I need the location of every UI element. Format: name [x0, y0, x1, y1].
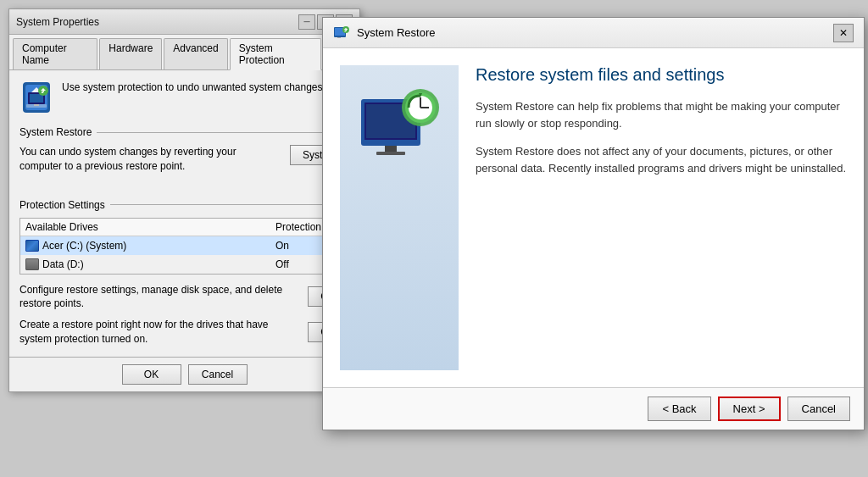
svg-rect-10 [337, 37, 341, 38]
dialog-footer: < Back Next > Cancel [323, 387, 864, 430]
configure-text: Configure restore settings, manage disk … [19, 283, 299, 312]
dialog-body: Restore system files and settings System… [323, 48, 864, 387]
dialog-para-1: System Restore can help fix problems tha… [476, 98, 847, 131]
system-restore-dialog: System Restore ✕ [322, 17, 865, 430]
description-text: Use system protection to undo unwanted s… [62, 80, 326, 95]
drive-cell-acer: Acer (C:) (System) [25, 240, 275, 252]
drive-cell-data: Data (D:) [25, 258, 275, 270]
sys-props-titlebar: System Properties ─ □ ✕ [9, 9, 359, 35]
protection-settings-table: Available Drives Protection Acer (C:) (S… [19, 218, 349, 275]
divider-line [97, 132, 349, 133]
data-drive-icon [25, 258, 39, 270]
back-button[interactable]: < Back [648, 397, 710, 421]
acer-drive-icon [25, 240, 39, 252]
tab-hardware[interactable]: Hardware [99, 38, 162, 69]
next-button[interactable]: Next > [718, 397, 781, 421]
svg-rect-16 [385, 146, 397, 153]
system-restore-area: You can undo system changes by reverting… [19, 145, 349, 191]
dialog-heading: Restore system files and settings [476, 65, 847, 85]
table-row[interactable]: Data (D:) Off [20, 255, 348, 274]
protection-settings-divider: Protection Settings [19, 199, 349, 211]
restore-description: You can undo system changes by reverting… [19, 145, 281, 174]
dialog-para-2: System Restore does not affect any of yo… [476, 143, 847, 176]
col-available-drives: Available Drives [25, 221, 275, 233]
tabs-bar: Computer Name Hardware Advanced System P… [9, 35, 359, 70]
tab-advanced[interactable]: Advanced [164, 38, 227, 69]
shield-icon [19, 80, 53, 114]
prot-divider-line [110, 204, 349, 205]
prot-table-header: Available Drives Protection [20, 219, 348, 236]
description-box: Use system protection to undo unwanted s… [19, 80, 349, 114]
system-restore-divider: System Restore [19, 126, 349, 138]
tab-system-protection[interactable]: System Protection [230, 38, 322, 70]
dialog-title-left: System Restore [333, 25, 435, 42]
cancel-button[interactable]: Cancel [188, 364, 248, 385]
ok-button[interactable]: OK [122, 364, 181, 385]
protection-settings-label: Protection Settings [19, 199, 105, 211]
dialog-cancel-button[interactable]: Cancel [787, 397, 850, 421]
dialog-title-text: System Restore [357, 26, 435, 39]
sys-props-title: System Properties [16, 16, 99, 28]
dialog-close-button[interactable]: ✕ [833, 24, 854, 42]
restore-illustration [353, 82, 446, 167]
svg-rect-17 [376, 152, 405, 155]
system-properties-window: System Properties ─ □ ✕ Computer Name Ha… [8, 8, 360, 392]
svg-rect-5 [30, 94, 43, 103]
sys-props-content: Use system protection to undo unwanted s… [9, 70, 359, 357]
create-restore-row: Create a restore point right now for the… [19, 318, 349, 347]
system-restore-label: System Restore [19, 126, 92, 138]
dialog-left-panel [340, 65, 459, 370]
svg-point-24 [412, 100, 419, 105]
create-text: Create a restore point right now for the… [19, 318, 299, 347]
configure-row: Configure restore settings, manage disk … [19, 283, 349, 312]
table-row[interactable]: Acer (C:) (System) On [20, 236, 348, 255]
acer-drive-label: Acer (C:) (System) [42, 240, 126, 252]
dialog-right-panel: Restore system files and settings System… [476, 65, 847, 370]
minimize-button[interactable]: ─ [298, 14, 315, 30]
sys-props-footer: OK Cancel [9, 357, 359, 391]
dialog-titlebar: System Restore ✕ [323, 18, 864, 48]
data-drive-label: Data (D:) [42, 258, 84, 270]
tab-computer-name[interactable]: Computer Name [13, 38, 97, 69]
restore-dialog-icon [333, 25, 350, 42]
svg-rect-6 [34, 104, 39, 106]
